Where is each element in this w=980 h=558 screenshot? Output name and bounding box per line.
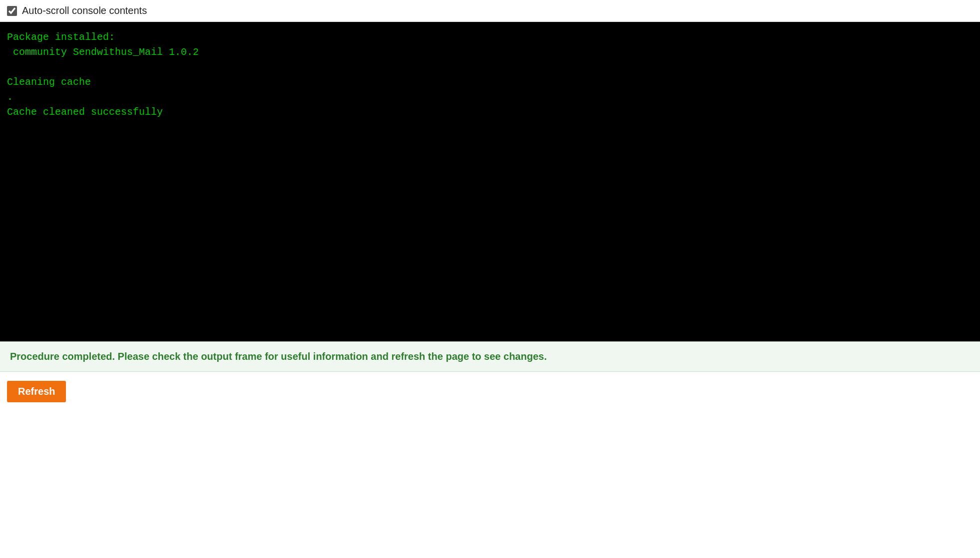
status-bar: Procedure completed. Please check the ou…	[0, 341, 980, 372]
autoscroll-label: Auto-scroll console contents	[22, 5, 147, 16]
status-message: Procedure completed. Please check the ou…	[10, 351, 547, 362]
refresh-button[interactable]: Refresh	[7, 381, 66, 402]
actions-bar: Refresh	[0, 372, 980, 411]
console-output: Package installed: community Sendwithus_…	[0, 22, 980, 341]
autoscroll-bar: Auto-scroll console contents	[0, 0, 980, 22]
autoscroll-checkbox[interactable]	[7, 6, 17, 16]
